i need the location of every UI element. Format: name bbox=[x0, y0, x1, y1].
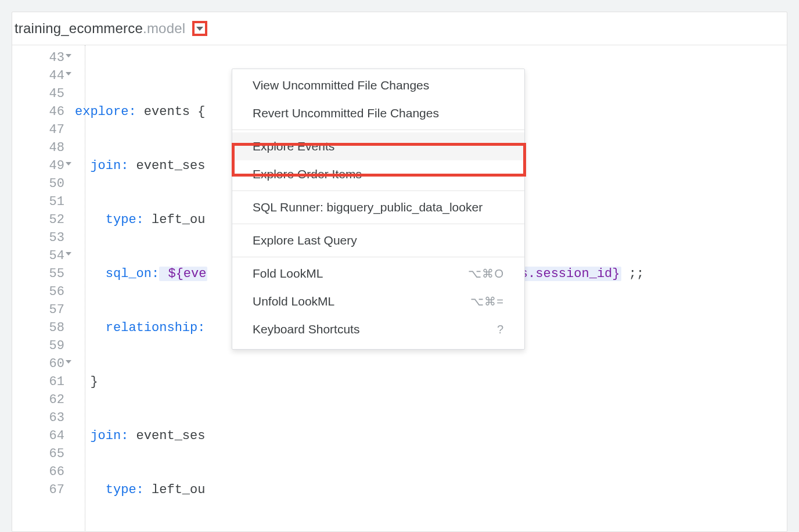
line-number: 52 bbox=[12, 211, 64, 229]
line-number: 56 bbox=[12, 283, 64, 301]
editor-panel: training_ecommerce.model 434445464748495… bbox=[12, 12, 787, 532]
menu-item-sql-runner[interactable]: SQL Runner: bigquery_public_data_looker bbox=[232, 193, 524, 221]
line-number: 58 bbox=[12, 319, 64, 337]
line-number: 67 bbox=[12, 481, 64, 499]
shortcut-label: ⌥⌘O bbox=[468, 267, 504, 281]
shortcut-label: ? bbox=[497, 323, 504, 336]
menu-item-explore-last-query[interactable]: Explore Last Query bbox=[232, 227, 524, 254]
line-number: 54 bbox=[12, 247, 64, 265]
line-number: 57 bbox=[12, 301, 64, 319]
shortcut-label: ⌥⌘= bbox=[470, 294, 504, 308]
file-name-base: training_ecommerce bbox=[15, 20, 143, 36]
menu-item-unfold-lookml[interactable]: Unfold LookML⌥⌘= bbox=[232, 287, 524, 315]
line-number: 59 bbox=[12, 337, 64, 355]
menu-item-fold-lookml[interactable]: Fold LookML⌥⌘O bbox=[232, 260, 524, 287]
caret-down-icon bbox=[196, 27, 203, 31]
line-number: 62 bbox=[12, 391, 64, 409]
line-number: 65 bbox=[12, 445, 64, 463]
menu-item-explore-events[interactable]: Explore Events bbox=[232, 132, 524, 160]
fold-marker-icon[interactable] bbox=[66, 162, 71, 166]
line-number: 47 bbox=[12, 121, 64, 139]
file-name-ext: .model bbox=[143, 20, 185, 36]
line-number: 53 bbox=[12, 229, 64, 247]
line-number: 60 bbox=[12, 355, 64, 373]
menu-item-revert-uncommitted[interactable]: Revert Uncommitted File Changes bbox=[232, 99, 524, 127]
line-number: 50 bbox=[12, 175, 64, 193]
line-number: 55 bbox=[12, 265, 64, 283]
line-number: 51 bbox=[12, 193, 64, 211]
menu-item-view-uncommitted[interactable]: View Uncommitted File Changes bbox=[232, 71, 524, 99]
fold-marker-icon[interactable] bbox=[66, 252, 71, 256]
line-number: 48 bbox=[12, 139, 64, 157]
file-name: training_ecommerce.model bbox=[15, 20, 185, 37]
line-number: 43 bbox=[12, 49, 64, 67]
fold-marker-icon[interactable] bbox=[66, 360, 71, 364]
line-number: 45 bbox=[12, 85, 64, 103]
line-number: 64 bbox=[12, 427, 64, 445]
file-header: training_ecommerce.model bbox=[12, 12, 787, 45]
line-number: 63 bbox=[12, 409, 64, 427]
fold-marker-icon[interactable] bbox=[66, 54, 71, 57]
line-number: 44 bbox=[12, 67, 64, 85]
menu-item-explore-order-items[interactable]: Explore Order Items bbox=[232, 160, 524, 188]
line-number: 49 bbox=[12, 157, 64, 175]
line-number: 61 bbox=[12, 373, 64, 391]
fold-marker-icon[interactable] bbox=[66, 72, 71, 76]
menu-item-keyboard-shortcuts[interactable]: Keyboard Shortcuts? bbox=[232, 315, 524, 343]
file-menu-dropdown-button[interactable] bbox=[192, 21, 207, 36]
file-context-menu[interactable]: View Uncommitted File Changes Revert Unc… bbox=[232, 69, 525, 350]
line-number: 66 bbox=[12, 463, 64, 481]
line-number: 46 bbox=[12, 103, 64, 121]
line-number-gutter: 4344454647484950515253545556575859606162… bbox=[12, 45, 75, 532]
